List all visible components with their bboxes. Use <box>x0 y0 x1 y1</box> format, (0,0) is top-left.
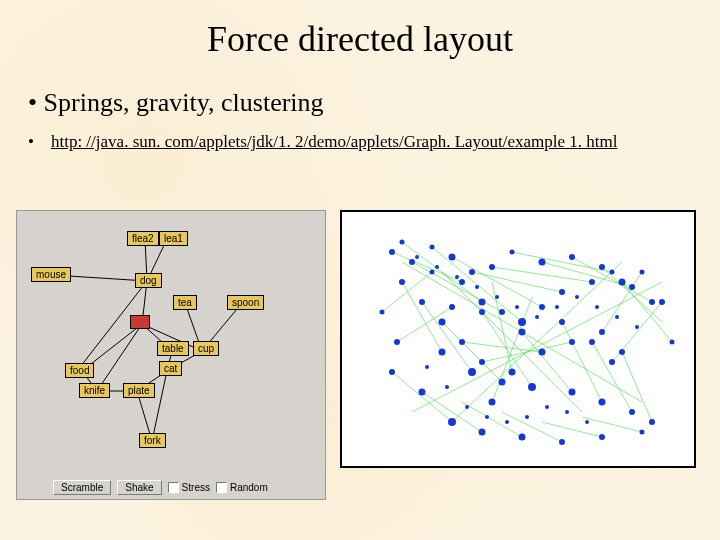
svg-point-82 <box>419 299 425 305</box>
network-graph-svg <box>342 212 696 468</box>
svg-line-27 <box>572 257 652 302</box>
svg-point-120 <box>475 285 479 289</box>
applet-toolbar: Scramble Shake Stress Random <box>17 475 325 499</box>
svg-point-99 <box>448 418 456 426</box>
svg-point-58 <box>409 259 415 265</box>
svg-line-37 <box>622 352 652 422</box>
svg-point-102 <box>559 439 565 445</box>
svg-point-72 <box>479 299 486 306</box>
stress-checkbox[interactable]: Stress <box>168 482 210 493</box>
svg-line-31 <box>422 302 472 372</box>
scramble-button[interactable]: Scramble <box>53 480 111 495</box>
svg-point-132 <box>485 415 489 419</box>
svg-point-65 <box>569 254 575 260</box>
svg-point-56 <box>389 249 395 255</box>
svg-point-112 <box>489 399 496 406</box>
graph-layout-applet: flea2 lea1 mouse dog tea spoon cup table… <box>16 210 326 500</box>
svg-point-96 <box>649 419 655 425</box>
svg-point-76 <box>559 289 565 295</box>
svg-point-118 <box>435 265 439 269</box>
svg-point-125 <box>575 295 579 299</box>
svg-point-121 <box>495 295 499 299</box>
svg-point-103 <box>599 434 605 440</box>
shake-button[interactable]: Shake <box>117 480 161 495</box>
svg-point-95 <box>629 409 635 415</box>
svg-point-77 <box>589 279 595 285</box>
node-mouse[interactable]: mouse <box>31 267 71 282</box>
svg-point-124 <box>555 305 559 309</box>
applet-canvas[interactable]: flea2 lea1 mouse dog tea spoon cup table… <box>17 211 325 475</box>
bullet-main: Springs, gravity, clustering <box>28 88 720 118</box>
svg-point-91 <box>499 379 506 386</box>
svg-line-38 <box>392 372 452 422</box>
svg-point-123 <box>535 315 539 319</box>
svg-point-68 <box>640 270 645 275</box>
svg-point-104 <box>640 430 645 435</box>
svg-point-108 <box>449 304 455 310</box>
svg-line-35 <box>562 322 602 402</box>
node-cup[interactable]: cup <box>193 341 219 356</box>
svg-point-119 <box>455 275 459 279</box>
node-plate[interactable]: plate <box>123 383 155 398</box>
svg-point-75 <box>539 304 545 310</box>
node-tea[interactable]: tea <box>173 295 197 310</box>
svg-point-81 <box>399 279 405 285</box>
svg-line-21 <box>432 247 522 322</box>
svg-point-114 <box>539 349 546 356</box>
svg-point-116 <box>569 339 575 345</box>
node-cat[interactable]: cat <box>159 361 182 376</box>
svg-line-54 <box>462 342 542 352</box>
svg-line-49 <box>492 297 532 402</box>
svg-point-136 <box>565 410 569 414</box>
svg-point-122 <box>515 305 519 309</box>
stress-label: Stress <box>182 482 210 493</box>
random-label: Random <box>230 482 268 493</box>
random-checkbox[interactable]: Random <box>216 482 268 493</box>
network-graph-figure <box>340 210 696 468</box>
svg-point-63 <box>510 250 515 255</box>
svg-point-78 <box>610 270 615 275</box>
svg-point-135 <box>545 405 549 409</box>
example-link[interactable]: http: //java. sun. com/applets/jdk/1. 2/… <box>51 132 618 151</box>
svg-point-88 <box>619 349 625 355</box>
svg-point-73 <box>499 309 505 315</box>
svg-point-85 <box>519 329 526 336</box>
svg-line-25 <box>512 252 612 272</box>
svg-point-80 <box>649 299 655 305</box>
node-table[interactable]: table <box>157 341 189 356</box>
svg-point-60 <box>449 254 456 261</box>
svg-point-62 <box>489 264 495 270</box>
svg-point-89 <box>439 349 446 356</box>
svg-line-55 <box>482 342 572 362</box>
node-knife[interactable]: knife <box>79 383 110 398</box>
svg-point-70 <box>670 340 675 345</box>
checkbox-icon <box>168 482 179 493</box>
svg-point-57 <box>400 240 405 245</box>
svg-point-109 <box>599 329 605 335</box>
node-spoon[interactable]: spoon <box>227 295 264 310</box>
svg-point-69 <box>659 299 665 305</box>
svg-point-106 <box>394 339 400 345</box>
node-fork[interactable]: fork <box>139 433 166 448</box>
svg-point-127 <box>615 315 619 319</box>
svg-point-66 <box>599 264 605 270</box>
svg-point-98 <box>419 389 426 396</box>
svg-point-130 <box>445 385 449 389</box>
node-dog[interactable]: dog <box>135 273 162 288</box>
svg-point-61 <box>469 269 475 275</box>
svg-line-23 <box>472 272 562 292</box>
svg-point-92 <box>528 383 536 391</box>
node-flea1[interactable]: lea1 <box>159 231 188 246</box>
svg-point-90 <box>468 368 476 376</box>
svg-line-43 <box>582 417 642 432</box>
svg-point-107 <box>430 270 435 275</box>
svg-point-110 <box>609 359 615 365</box>
svg-point-59 <box>430 245 435 250</box>
node-center[interactable] <box>130 315 150 329</box>
slide-title: Force directed layout <box>0 0 720 60</box>
node-food[interactable]: food <box>65 363 94 378</box>
svg-point-87 <box>589 339 595 345</box>
node-flea2[interactable]: flea2 <box>127 231 159 246</box>
svg-point-84 <box>479 309 485 315</box>
figures-row: flea2 lea1 mouse dog tea spoon cup table… <box>16 210 696 500</box>
